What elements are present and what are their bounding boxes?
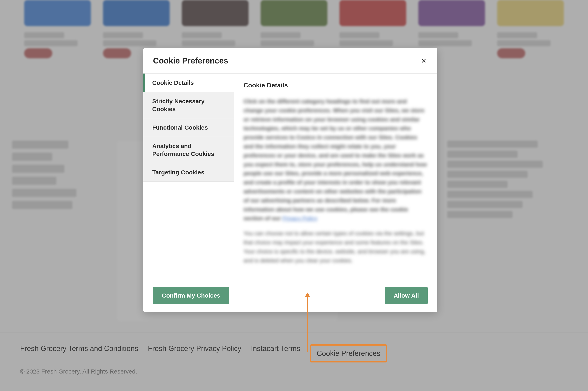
page-footer: Fresh Grocery Terms and Conditions Fresh… <box>0 332 588 391</box>
content-paragraph-2: You can choose not to allow certain type… <box>244 229 428 265</box>
tab-cookie-details[interactable]: Cookie Details <box>143 74 234 92</box>
footer-copyright: © 2023 Fresh Grocery. All Rights Reserve… <box>20 368 568 375</box>
allow-all-button[interactable]: Allow All <box>385 287 428 304</box>
cookie-preferences-modal: Cookie Preferences Cookie Details Strict… <box>143 48 437 312</box>
content-heading: Cookie Details <box>244 82 428 89</box>
modal-body: Cookie Details Strictly Necessary Cookie… <box>143 74 437 279</box>
tab-functional[interactable]: Functional Cookies <box>143 118 234 137</box>
privacy-policy-link[interactable]: Privacy Policy <box>282 215 317 221</box>
modal-title: Cookie Preferences <box>153 56 228 65</box>
modal-header: Cookie Preferences <box>143 48 437 74</box>
tab-targeting[interactable]: Targeting Cookies <box>143 163 234 182</box>
tab-content: Cookie Details Click on the different ca… <box>234 74 437 279</box>
footer-link-privacy[interactable]: Fresh Grocery Privacy Policy <box>148 344 241 363</box>
close-button[interactable] <box>420 57 428 65</box>
annotation-arrow <box>307 294 308 352</box>
footer-links: Fresh Grocery Terms and Conditions Fresh… <box>20 344 568 363</box>
modal-footer: Confirm My Choices Allow All <box>143 279 437 312</box>
confirm-choices-button[interactable]: Confirm My Choices <box>153 287 229 304</box>
tab-sidebar: Cookie Details Strictly Necessary Cookie… <box>143 74 234 279</box>
footer-link-instacart[interactable]: Instacart Terms <box>251 344 300 363</box>
footer-link-cookie-preferences[interactable]: Cookie Preferences <box>310 344 387 363</box>
tab-strictly-necessary[interactable]: Strictly Necessary Cookies <box>143 92 234 118</box>
tab-analytics[interactable]: Analytics and Performance Cookies <box>143 137 234 163</box>
footer-link-terms[interactable]: Fresh Grocery Terms and Conditions <box>20 344 138 363</box>
content-paragraph-1: Click on the different category headings… <box>244 97 428 223</box>
